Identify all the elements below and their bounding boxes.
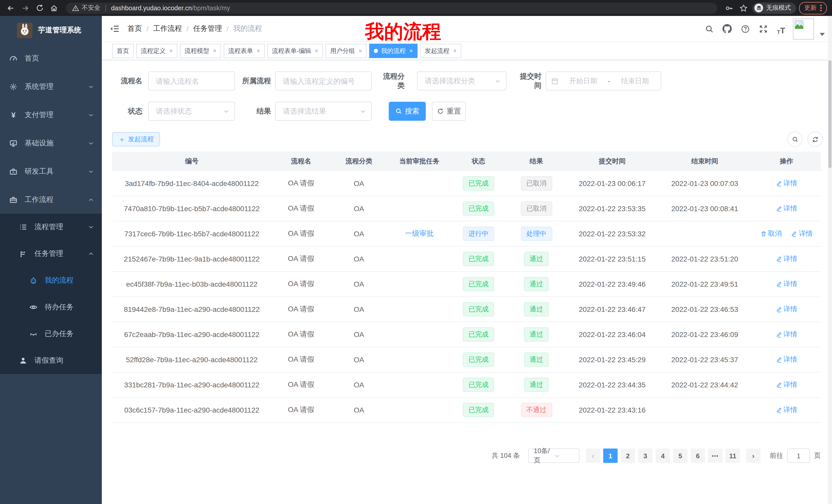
sidebar-toggle-icon[interactable] [110,24,119,33]
sidebar-item-my-processes[interactable]: 我的流程 [0,267,102,294]
view-tab[interactable]: 流程表单 × [224,44,265,58]
tab-close-icon[interactable]: × [257,48,260,54]
page-number-button[interactable]: 6 [691,449,705,463]
sidebar-item-payment[interactable]: ¥ 支付管理 [0,101,102,129]
github-icon[interactable] [721,23,733,35]
process-definition-input[interactable] [275,72,372,90]
not-secure-badge[interactable]: 不安全 [72,4,100,12]
sidebar-item-system[interactable]: 系统管理 [0,73,102,101]
view-tab[interactable]: 发起流程 × [420,44,461,58]
cell-result: 不通过 [505,397,567,423]
sidebar-item-task-management[interactable]: 任务管理 [0,241,102,267]
breadcrumb-item[interactable]: 首页 [128,24,142,33]
back-icon[interactable] [5,2,17,13]
reset-button[interactable]: 重置 [432,102,466,121]
page-size-select[interactable]: 10条/页 [528,449,579,463]
flow-tree-icon [19,250,27,258]
page-number-button[interactable]: 2 [621,449,635,463]
breadcrumb-item[interactable]: 任务管理 [193,24,222,33]
breadcrumb-item[interactable]: 工作流程 [153,24,182,33]
home-icon[interactable] [48,2,60,13]
sidebar-item-leave-query[interactable]: 请假查询 [0,347,102,374]
cell-actions: 详情 [752,372,821,397]
tab-close-icon[interactable]: × [213,48,216,54]
sidebar-item-devtools[interactable]: 研发工具 [0,157,102,186]
scrollbar-thumb[interactable] [828,60,831,168]
reload-icon[interactable] [34,2,45,13]
font-size-icon[interactable]: TT [775,23,787,35]
view-tab[interactable]: 用户分组 × [326,44,367,58]
sidebar-item-todo-tasks[interactable]: 待办任务 [0,294,102,320]
detail-link[interactable]: 详情 [776,179,797,188]
tab-close-icon[interactable]: × [169,48,173,54]
cell-process-id: 7470a810-7b9b-11ec-b5b7-acde48001122 [112,196,271,221]
prev-page-button[interactable]: ‹ [586,449,600,463]
tab-label: 用户分组 [330,47,355,55]
edit-icon [776,180,782,187]
sidebar-item-home[interactable]: 首页 [0,44,102,73]
tab-close-icon[interactable]: × [358,48,362,54]
status-select[interactable]: 请选择状态 [148,102,235,121]
cell-end-time [657,221,752,246]
chevron-down-icon [360,108,366,114]
cell-process-category: OA [331,246,387,272]
view-tab[interactable]: 流程表单-编辑 × [267,44,323,58]
current-task-link[interactable]: 一级审批 [405,229,434,237]
sidebar-item-infrastructure[interactable]: 基础设施 [0,129,102,157]
detail-link[interactable]: 详情 [776,254,797,263]
page-number-button[interactable]: 4 [656,449,670,463]
edit-icon [776,331,782,338]
search-icon[interactable] [703,23,715,35]
detail-link[interactable]: 详情 [776,279,797,289]
detail-link[interactable]: 详情 [776,330,797,339]
tab-close-icon[interactable]: × [453,48,457,54]
page-number-button[interactable]: 3 [638,449,653,463]
detail-link[interactable]: 详情 [776,355,797,364]
detail-link[interactable]: 详情 [776,305,797,314]
detail-link[interactable]: 详情 [776,380,797,389]
fullscreen-icon[interactable] [757,23,769,35]
forward-icon[interactable] [20,2,31,13]
key-icon[interactable] [724,2,735,13]
goto-page-input[interactable] [787,449,810,463]
show-search-button[interactable] [787,132,803,147]
sidebar-item-process-management[interactable]: 流程管理 [0,214,102,241]
search-button[interactable]: 搜索 [389,102,426,121]
next-page-button[interactable]: › [746,449,760,463]
workflow-submenu: 流程管理 任务管理 我的流程 待办任务 已办 [0,214,102,374]
sidebar-item-label: 我的流程 [45,276,74,285]
detail-link[interactable]: 详情 [791,229,813,239]
view-tab[interactable]: 我的流程 × [369,44,418,58]
page-scrollbar[interactable] [828,16,832,504]
avatar[interactable] [793,18,814,39]
cancel-link[interactable]: 取消 [760,229,782,239]
start-process-button[interactable]: ＋ 发起流程 [112,132,160,146]
update-button[interactable]: 更新 [799,2,827,14]
detail-link[interactable]: 详情 [776,204,797,213]
url-bar[interactable]: 不安全 dashboard.yudao.iocoder.cn/bpm/task/… [66,2,717,13]
avatar-caret-icon[interactable] [820,33,825,36]
page-number-button[interactable]: 5 [673,449,687,463]
tab-close-icon[interactable]: × [315,48,318,54]
sidebar-item-done-tasks[interactable]: 已办任务 [0,320,102,347]
cell-process-id: 331bc281-7b9a-11ec-a290-acde48001122 [112,372,271,397]
url-text[interactable]: dashboard.yudao.iocoder.cn/bpm/task/my [111,4,230,11]
help-icon[interactable] [739,23,751,35]
view-tab[interactable]: 流程定义 × [136,44,177,58]
page-number-button[interactable]: 1 [603,449,618,463]
detail-link[interactable]: 详情 [776,405,797,415]
view-tab[interactable]: 首页 [112,44,134,58]
view-tab[interactable]: 流程模型 × [180,44,221,58]
sidebar-item-workflow[interactable]: 工作流程 [0,186,102,214]
page-number-button[interactable]: 11 [726,449,740,463]
bookmark-star-icon[interactable] [738,2,749,13]
tab-label: 流程表单-编辑 [272,47,311,55]
tab-close-icon[interactable]: × [409,48,413,54]
page-number-button[interactable]: ••• [708,449,723,463]
process-category-select[interactable]: 请选择流程分类 [417,72,506,90]
process-name-input[interactable] [148,72,235,90]
result-select[interactable]: 请选择流结果 [275,102,372,121]
refresh-table-button[interactable] [807,132,823,147]
browser-menu-icon[interactable] [820,5,822,11]
submit-time-range-picker[interactable]: 开始日期 - 结束日期 [546,72,661,90]
